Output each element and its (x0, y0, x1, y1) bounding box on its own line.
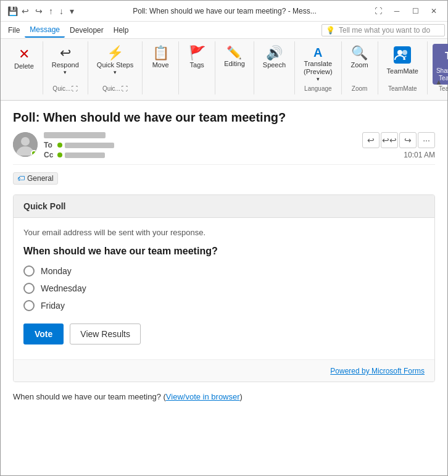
ribbon-group-tags: 🚩 Tags (179, 41, 215, 94)
email-content: Poll: When should we have our team meeti… (1, 101, 447, 475)
speech-label: Speech (263, 61, 286, 69)
language-buttons: A Translate(Preview) ▾ (300, 41, 336, 85)
delete-button[interactable]: ✕ Delete (10, 44, 38, 72)
teammate-buttons: TeamMate (383, 41, 422, 85)
view-vote-browser-link[interactable]: View/vote in browser (166, 392, 240, 401)
editing-button[interactable]: ✏️ Editing (220, 44, 249, 70)
quicksteps-group-label: Quic... ⛶ (102, 85, 128, 94)
respond-dropdown-icon: ▾ (64, 69, 67, 76)
respond-group-label: Quic... ⛶ (52, 85, 78, 94)
ribbon-group-respond: ↩ Respond ▾ Quic... ⛶ (43, 41, 88, 94)
save-icon[interactable]: 💾 (6, 5, 20, 17)
outlook-window: 💾 ↩ ↪ ↑ ↓ ▾ Poll: When should we have ou… (0, 0, 448, 476)
ribbon: ✕ Delete ↩ Respond ▾ Quic... ⛶ (1, 39, 447, 101)
reply-button[interactable]: ↩ (362, 132, 380, 148)
quicksteps-expand-icon[interactable]: ⛶ (122, 85, 128, 92)
zoom-button[interactable]: 🔍 Zoom (347, 44, 373, 72)
poll-card: Quick Poll Your email address will be se… (13, 194, 435, 382)
radio-monday[interactable] (23, 265, 35, 277)
tag-label: General (27, 174, 54, 183)
tag-row: 🏷 General (13, 172, 435, 185)
sender-info: To Cc (44, 132, 114, 159)
to-status-dot (57, 143, 62, 148)
cc-status-dot (57, 152, 62, 157)
full-screen-button[interactable]: ⛶ (370, 4, 387, 19)
menu-file[interactable]: File (3, 23, 25, 37)
move-label: Move (152, 61, 169, 69)
cc-recipients (65, 152, 105, 158)
tags-label: Tags (190, 61, 204, 69)
vote-button[interactable]: Vote (23, 324, 64, 344)
ribbon-group-quicksteps: ⚡ Quick Steps ▾ Quic... ⛶ (88, 41, 143, 94)
radio-friday[interactable] (23, 300, 35, 311)
poll-question: When should we have our team meeting? (23, 246, 425, 257)
tags-icon: 🚩 (189, 46, 205, 60)
svg-point-2 (402, 50, 407, 55)
email-time: 10:01 AM (404, 151, 435, 159)
poll-card-title: Quick Poll (23, 201, 65, 211)
minimize-button[interactable]: ─ (388, 4, 405, 19)
powered-by-link[interactable]: Powered by Microsoft Forms (330, 367, 425, 375)
poll-option-friday[interactable]: Friday (23, 300, 425, 311)
menu-bar: File Message Developer Help 💡 Tell me wh… (1, 22, 447, 39)
to-label: To (44, 141, 55, 149)
respond-button[interactable]: ↩ Respond ▾ (48, 44, 83, 78)
poll-action-buttons: Vote View Results (23, 324, 425, 344)
view-results-button[interactable]: View Results (70, 324, 141, 344)
teammate-button[interactable]: TeamMate (383, 44, 422, 78)
forward-button[interactable]: ↪ (399, 132, 417, 148)
poll-option-wednesday[interactable]: Wednesday (23, 283, 425, 294)
speech-button[interactable]: 🔊 Speech (259, 44, 289, 72)
email-action-buttons: ↩ ↩↩ ↪ ··· (362, 132, 435, 148)
speech-buttons: 🔊 Speech (259, 41, 289, 92)
menu-message[interactable]: Message (25, 23, 65, 38)
ribbon-group-language: A Translate(Preview) ▾ Language (295, 41, 341, 94)
email-footer-text: When should we have our team meeting? (V… (13, 392, 435, 401)
window-title: Poll: When should we have our team meeti… (80, 7, 370, 15)
translate-icon: A (313, 46, 322, 59)
customize-icon[interactable]: ▾ (68, 5, 76, 17)
quick-steps-button[interactable]: ⚡ Quick Steps ▾ (93, 44, 137, 78)
ribbon-group-teammate: TeamMate TeamMate (378, 41, 428, 94)
option-monday-label: Monday (41, 266, 72, 276)
poll-option-monday[interactable]: Monday (23, 265, 425, 277)
quick-steps-icon: ⚡ (107, 46, 123, 60)
translate-button[interactable]: A Translate(Preview) ▾ (300, 44, 336, 85)
ribbon-group-speech: 🔊 Speech (254, 41, 295, 94)
radio-wednesday[interactable] (23, 283, 35, 294)
reply-all-button[interactable]: ↩↩ (381, 132, 398, 148)
move-icon: 📋 (152, 46, 169, 60)
close-button[interactable]: ✕ (425, 4, 442, 19)
ribbon-collapse-button[interactable]: ▲ (433, 77, 445, 88)
delete-label: Delete (14, 62, 34, 70)
tag-badge[interactable]: 🏷 General (13, 172, 58, 185)
respond-buttons: ↩ Respond ▾ (48, 41, 83, 85)
tell-me-input[interactable]: 💡 Tell me what you want to do (321, 24, 445, 36)
tags-button[interactable]: 🚩 Tags (184, 44, 210, 72)
email-subject: Poll: When should we have our team meeti… (13, 111, 435, 125)
ribbon-group-move: 📋 Move (143, 41, 179, 94)
lightbulb-icon: 💡 (326, 26, 335, 35)
quicksteps-buttons: ⚡ Quick Steps ▾ (93, 41, 137, 85)
translate-label: Translate(Preview) (304, 60, 332, 76)
email-header: To Cc ↩ ↩↩ ↪ ··· (13, 132, 435, 165)
respond-group-expand-icon[interactable]: ⛶ (72, 85, 78, 92)
more-actions-button[interactable]: ··· (418, 132, 435, 148)
editing-icon: ✏️ (226, 46, 242, 59)
move-button[interactable]: 📋 Move (147, 44, 173, 72)
redo-icon[interactable]: ↪ (33, 5, 44, 17)
speech-icon: 🔊 (266, 46, 283, 60)
teammate-label: TeamMate (387, 67, 418, 75)
restore-button[interactable]: ☐ (407, 4, 424, 19)
menu-developer[interactable]: Developer (65, 23, 109, 37)
quick-steps-label: Quick Steps (97, 61, 133, 69)
download-icon[interactable]: ↓ (57, 5, 65, 17)
footer-text-start: When should we have our team meeting? ( (13, 392, 166, 401)
zoom-buttons: 🔍 Zoom (347, 41, 373, 85)
undo-icon[interactable]: ↩ (20, 5, 31, 17)
teams-icon: T (439, 46, 448, 66)
to-recipients (65, 143, 114, 148)
ribbon-group-delete: ✕ Delete (6, 41, 43, 94)
upload-icon[interactable]: ↑ (47, 5, 55, 17)
menu-help[interactable]: Help (109, 23, 134, 37)
